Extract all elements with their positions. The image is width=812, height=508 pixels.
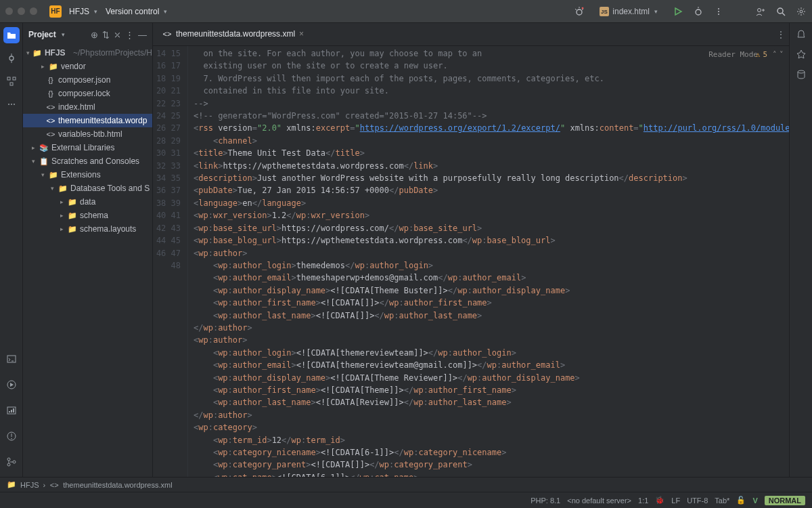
tree-file[interactable]: <>index.html	[23, 100, 152, 114]
status-line-sep[interactable]: LF	[671, 496, 680, 505]
database-icon[interactable]	[796, 69, 807, 80]
svg-point-26	[11, 104, 12, 105]
status-indent[interactable]: Tab*	[715, 496, 729, 505]
svg-point-38	[7, 463, 10, 466]
tree-label: vendor	[61, 62, 86, 71]
svg-line-2	[575, 9, 577, 10]
problems-tool-icon[interactable]	[3, 428, 20, 444]
reader-mode-label[interactable]: Reader Mode	[708, 49, 758, 61]
tree-label: Extensions	[61, 170, 101, 179]
svg-line-17	[782, 13, 785, 16]
terminal-tool-icon[interactable]	[3, 351, 20, 367]
tree-folder[interactable]: ▸📁schema	[23, 209, 152, 222]
warning-count: 5	[763, 49, 767, 61]
status-xdebug-icon[interactable]: 🐞	[655, 496, 664, 505]
maximize-dot[interactable]	[30, 7, 37, 15]
svg-point-10	[718, 8, 719, 9]
collapse-all-icon[interactable]: ⤫	[114, 30, 121, 40]
search-icon[interactable]	[775, 6, 786, 17]
status-readonly-icon[interactable]: 🔓	[736, 496, 746, 505]
svg-rect-24	[10, 83, 13, 85]
status-bar: PHP: 8.1 <no default server> 1:1 🐞 LF UT…	[0, 492, 812, 508]
tree-label: schema.layouts	[80, 224, 136, 234]
tab-more-icon[interactable]: ⋮	[777, 30, 785, 39]
vim-icon[interactable]: V	[752, 496, 757, 505]
chevron-up-icon[interactable]: ˄	[773, 49, 777, 61]
xml-file-icon: <>	[162, 29, 172, 39]
tree-label: composer.lock	[58, 89, 110, 98]
run-tool-icon[interactable]	[3, 377, 20, 393]
vcs-tool-icon[interactable]	[3, 454, 20, 470]
tree-label: variables-btb.html	[58, 129, 122, 139]
svg-rect-31	[9, 411, 10, 412]
status-server[interactable]: <no default server>	[567, 496, 631, 505]
editor-tabs: <> themeunittestdata.wordpress.xml × ⋮	[153, 23, 789, 46]
status-encoding[interactable]: UTF-8	[687, 496, 708, 505]
svg-rect-32	[11, 410, 12, 412]
tree-folder[interactable]: ▸📁schema.layouts	[23, 222, 152, 236]
breadcrumb-file[interactable]: themeunittestdata.wordpress.xml	[63, 481, 172, 489]
svg-point-8	[696, 9, 701, 15]
project-tool-icon[interactable]	[3, 27, 20, 43]
more-tool-icon[interactable]	[3, 96, 20, 112]
svg-point-40	[798, 70, 805, 73]
project-panel-header: Project ▾ ⊕ ⇅ ⤫ ⋮ —	[23, 23, 152, 46]
inspection-widget[interactable]: ⚠5˄˅	[756, 49, 784, 61]
chevron-down-icon[interactable]: ˅	[780, 49, 784, 61]
breadcrumb-separator: ›	[43, 481, 46, 489]
tree-file-selected[interactable]: <>themeunittestdata.wordp	[23, 114, 152, 127]
tree-folder[interactable]: ▾📁Extensions	[23, 168, 152, 182]
status-php[interactable]: PHP: 8.1	[531, 496, 560, 505]
project-dropdown[interactable]: HF HFJS ▾	[45, 3, 102, 20]
notifications-icon[interactable]	[796, 28, 807, 39]
run-icon[interactable]	[673, 6, 683, 17]
folder-icon: 📁	[7, 480, 16, 490]
code-area[interactable]: on the site. For each author, you may ch…	[188, 46, 789, 477]
editor-tab[interactable]: <> themeunittestdata.wordpress.xml ×	[157, 26, 309, 43]
tree-external-libs[interactable]: ▸📚External Libraries	[23, 141, 152, 154]
editor[interactable]: 14 15 16 17 18 19 20 21 22 23 24 25 26 2…	[153, 46, 789, 477]
vcs-dropdown[interactable]: Version control ▾	[102, 5, 171, 18]
tree-folder-vendor[interactable]: ▸📁vendor	[23, 60, 152, 73]
tree-file[interactable]: <>variables-btb.html	[23, 127, 152, 141]
vcs-label: Version control	[106, 7, 159, 16]
project-tree: ▾📁HFJS ~/PhpstormProjects/H ▸📁vendor {}c…	[23, 46, 152, 477]
vim-mode[interactable]: NORMAL	[765, 496, 805, 505]
hide-icon[interactable]: —	[138, 30, 147, 40]
settings-icon[interactable]	[796, 6, 807, 17]
tree-scratches[interactable]: ▾📋Scratches and Consoles	[23, 154, 152, 168]
debug-tool-icon[interactable]	[3, 402, 20, 419]
right-toolbar	[789, 23, 812, 477]
status-caret-pos[interactable]: 1:1	[638, 496, 648, 505]
structure-tool-icon[interactable]	[3, 73, 20, 89]
svg-text:JS: JS	[601, 9, 608, 15]
locate-icon[interactable]: ⊕	[91, 30, 98, 40]
svg-point-37	[7, 458, 10, 461]
run-config-file: index.html	[612, 7, 650, 16]
debug-icon[interactable]	[693, 6, 704, 17]
tree-label: Database Tools and S	[70, 184, 150, 193]
tree-file[interactable]: {}composer.lock	[23, 87, 152, 100]
tree-folder[interactable]: ▾📁Database Tools and S	[23, 182, 152, 195]
tree-root[interactable]: ▾📁HFJS ~/PhpstormProjects/H	[23, 46, 152, 60]
close-dot[interactable]	[5, 7, 13, 15]
more-icon[interactable]: ⋮	[125, 30, 134, 40]
run-config-dropdown[interactable]: JS index.html ▾	[594, 5, 663, 18]
tree-file[interactable]: {}composer.json	[23, 73, 152, 87]
chevron-down-icon[interactable]: ▾	[62, 31, 65, 38]
commit-tool-icon[interactable]	[3, 50, 20, 66]
svg-point-0	[577, 9, 582, 15]
breadcrumb-root[interactable]: HFJS	[20, 481, 39, 489]
svg-point-39	[13, 461, 16, 463]
close-tab-icon[interactable]: ×	[299, 29, 304, 39]
debug-config-icon[interactable]	[574, 6, 585, 17]
code-with-me-icon[interactable]	[755, 6, 766, 17]
svg-point-11	[718, 11, 719, 12]
more-icon[interactable]	[713, 6, 724, 17]
expand-all-icon[interactable]: ⇅	[102, 30, 110, 40]
chevron-down-icon: ▾	[94, 8, 97, 15]
minimize-dot[interactable]	[18, 7, 25, 15]
project-badge-icon: HF	[49, 5, 62, 18]
ai-assistant-icon[interactable]	[796, 49, 807, 60]
tree-folder[interactable]: ▸📁data	[23, 195, 152, 209]
